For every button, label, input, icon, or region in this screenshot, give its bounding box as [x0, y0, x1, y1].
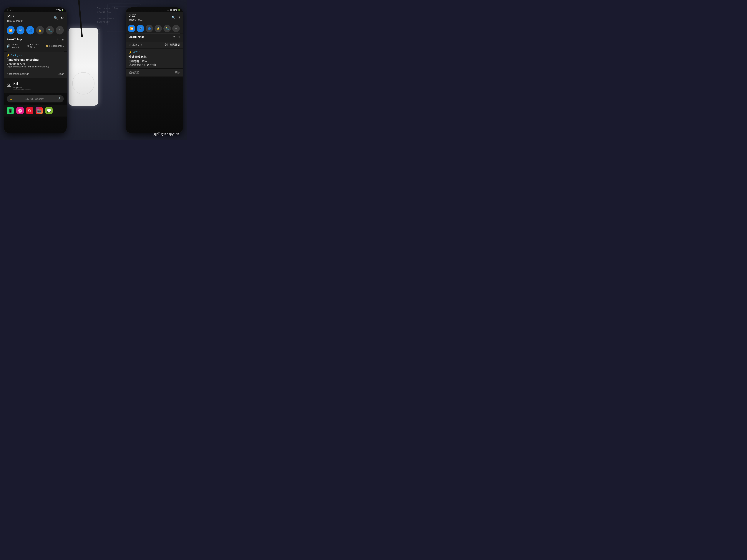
left-instagram-icon[interactable]: 📷	[35, 107, 43, 114]
left-weather: 🌥 34 Singapore Updated 19/3 3:19 PM	[4, 78, 67, 93]
phone-right-screen: ▲ ▐▌ 93% 🔋 6:27 3月19日, 周二 🔍 ⚙	[126, 7, 183, 133]
right-smartthings: SmartThings 👁 ⊞	[126, 33, 183, 42]
right-quick-toggles: 📶 🔊 🔵 🔒 🔦 ✈	[126, 24, 183, 33]
left-updated: Updated 19/3 3:19 PM	[12, 89, 31, 91]
right-smartthings-eye-icon[interactable]: 👁	[173, 35, 176, 39]
left-device1-name: KK Gear Sport	[30, 43, 43, 49]
right-wifi-toggle[interactable]: 📶	[128, 25, 135, 32]
right-search-icon[interactable]: 🔍	[172, 16, 175, 19]
left-time: 6:27	[7, 14, 23, 19]
left-date: Tue, 19 March	[7, 19, 23, 22]
wechat-logo: 💬	[47, 108, 51, 113]
right-smartthings-title: SmartThings	[129, 35, 145, 39]
right-status-bar: ▲ ▐▌ 93% 🔋	[126, 7, 183, 12]
left-audio-label: Audio output	[12, 43, 24, 49]
right-dnd-icon: ⊖	[129, 43, 131, 46]
left-smartthings: SmartThings 👁 ⊞ 🔊 Audio output KK Gear S…	[4, 36, 67, 51]
right-settings-label: 设置	[133, 50, 138, 54]
right-airplane-icon: ✈	[175, 27, 177, 30]
right-system-ui: 系统 UI	[132, 43, 140, 47]
sound-icon: 🔊	[19, 28, 22, 32]
left-wifi-icon: ▲	[12, 9, 14, 11]
lock-icon: 🔒	[38, 28, 42, 32]
right-signal-icon: ▐▌	[170, 9, 172, 11]
right-wifi-icon: ▲	[167, 9, 169, 11]
left-search-bar[interactable]: G Say "Ok Google" 🎤	[7, 95, 64, 102]
left-lock-toggle[interactable]: 🔒	[36, 26, 44, 34]
right-gear-icon[interactable]: ⚙	[178, 16, 180, 19]
right-notification-settings-btn[interactable]: 通知设置	[129, 71, 139, 74]
right-wifi-icon-btn: 📶	[130, 27, 133, 30]
whatsapp-logo: 📱	[8, 108, 13, 113]
left-search-icon[interactable]: 🔍	[54, 16, 58, 20]
left-temp: 34	[12, 81, 31, 86]
phone-right: ▲ ▐▌ 93% 🔋 6:27 3月19日, 周二 🔍 ⚙	[126, 7, 183, 133]
right-divider-2	[129, 48, 180, 48]
left-airplane-toggle[interactable]: ✈	[56, 26, 64, 34]
left-wifi-toggle[interactable]: 📶	[7, 26, 15, 34]
left-quick-toggles: 📶 🔊 🔵 🔒 🔦 ✈	[4, 24, 67, 36]
right-dnd-arrow-icon: ∨	[141, 44, 143, 46]
left-weibo-icon[interactable]: 微	[26, 107, 33, 114]
instagram-logo: 📷	[37, 108, 42, 113]
flashlight-icon: 🔦	[48, 28, 52, 32]
left-flashlight-toggle[interactable]: 🔦	[46, 26, 54, 34]
right-battery-pct: 93%	[173, 9, 177, 11]
left-smartthings-eye-icon[interactable]: 👁	[57, 38, 59, 41]
left-battery-pct: 77%	[56, 9, 61, 11]
charging-pad	[69, 28, 98, 106]
left-device2-dot	[46, 45, 48, 47]
left-weather-icon: 🌥	[7, 83, 11, 88]
left-mic-icon[interactable]: 🎤	[57, 97, 61, 101]
left-location: Singapore	[12, 86, 31, 89]
right-dnd-section: ⊖ 系统 UI ∨ 免打扰已开启	[126, 42, 183, 48]
right-charging-detail2: (离充满电还有约 16 分钟)	[129, 63, 180, 67]
right-battery-icon: 🔋	[178, 9, 180, 11]
left-audio-output-row: 🔊 Audio output KK Gear Sport [Headphone]…	[7, 43, 64, 49]
left-audio-icon: 🔊	[7, 44, 10, 48]
right-date: 3月19日, 周二	[129, 18, 143, 22]
right-notif-header: 6:27 3月19日, 周二 🔍 ⚙	[126, 12, 183, 24]
left-flower-app-icon[interactable]: 🌸	[16, 107, 24, 114]
right-bluetooth-toggle[interactable]: 🔵	[146, 25, 153, 32]
right-smartthings-grid-icon[interactable]: ⊞	[178, 35, 180, 39]
left-charging-detail: Charging: 77%	[7, 62, 64, 65]
left-smartthings-grid-icon[interactable]: ⊞	[61, 38, 64, 41]
right-airplane-toggle[interactable]: ✈	[172, 25, 180, 32]
right-time: 6:27	[129, 13, 143, 18]
left-gear-icon[interactable]: ⚙	[61, 16, 64, 20]
right-sound-toggle[interactable]: 🔊	[137, 25, 144, 32]
left-app-icons: 📱 🌸 微 📷 💬	[4, 105, 67, 117]
right-dnd-message: 免打扰已开启	[164, 43, 180, 47]
right-lock-toggle[interactable]: 🔒	[155, 25, 162, 32]
left-settings-label: Settings	[11, 54, 20, 57]
left-settings-arrow-icon[interactable]: ∧	[21, 54, 22, 56]
left-sound-toggle[interactable]: 🔊	[17, 26, 24, 34]
watermark: 知乎 @KrispyKris	[153, 132, 179, 136]
flower-icon: 🌸	[18, 108, 22, 113]
phone-left-screen: ⚙ ✶ ▲ 77% 🔋 6:27 Tue, 19 March 🔍 ⚙	[4, 7, 67, 133]
wifi-icon: 📶	[9, 28, 12, 32]
left-notif-actions: Notification settings Clear	[4, 70, 67, 78]
left-device2-name: [Headphone]...	[49, 45, 64, 47]
left-charging-detail2: (Approximately 46 m until fully charged)	[7, 65, 64, 68]
left-clear-btn[interactable]: Clear	[58, 72, 64, 75]
right-clear-btn[interactable]: 清除	[175, 71, 180, 74]
left-status-bar: ⚙ ✶ ▲ 77% 🔋	[4, 7, 67, 12]
charging-circle	[72, 72, 95, 95]
weibo-logo: 微	[28, 109, 31, 112]
left-charging-title: Fast wireless charging	[7, 58, 64, 61]
left-bluetooth-toggle[interactable]: 🔵	[26, 26, 34, 34]
left-bt-icon: ✶	[9, 9, 11, 11]
left-notification-settings-btn[interactable]: Notification settings	[7, 72, 29, 75]
right-settings-section: ⚡ 设置 ∧ 快速无线充电 正在充电：93% (离充满电还有约 16 分钟)	[126, 49, 183, 68]
right-charging-title: 快速无线充电	[129, 55, 180, 59]
right-sound-icon: 🔊	[139, 27, 142, 30]
right-settings-arrow-icon[interactable]: ∧	[139, 51, 140, 53]
left-battery-icon: 🔋	[61, 9, 64, 11]
left-wechat-icon[interactable]: 💬	[45, 107, 53, 114]
left-bolt-icon: ⚡	[7, 54, 10, 57]
right-flashlight-toggle[interactable]: 🔦	[163, 25, 171, 32]
phone-left: ⚙ ✶ ▲ 77% 🔋 6:27 Tue, 19 March 🔍 ⚙	[4, 7, 67, 133]
left-whatsapp-icon[interactable]: 📱	[7, 107, 14, 114]
